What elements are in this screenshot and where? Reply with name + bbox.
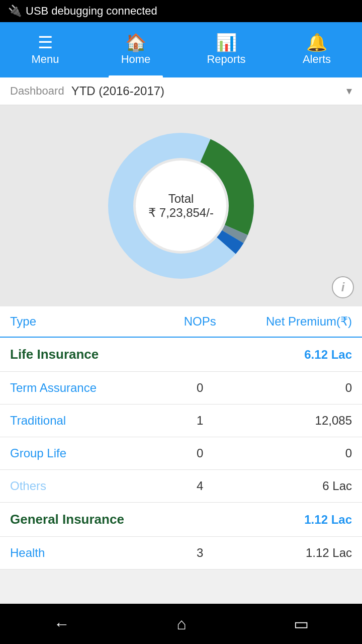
row-type: Traditional <box>10 414 162 428</box>
chart-area: Total ₹ 7,23,854/- i <box>0 105 362 306</box>
nav-reports[interactable]: 📊 Reports <box>181 22 272 77</box>
row-premium: 12,085 <box>238 414 352 428</box>
row-type: Others <box>10 479 162 493</box>
row-type: Life Insurance <box>10 347 162 362</box>
home-button[interactable]: ⌂ <box>166 610 196 638</box>
donut-center: Total ₹ 7,23,854/- <box>148 192 214 220</box>
row-nops: 1 <box>162 414 238 428</box>
row-nops: 0 <box>162 381 238 395</box>
col-header-premium: Net Premium(₹) <box>238 314 352 329</box>
row-type: Term Assurance <box>10 381 162 395</box>
dashboard-header: Dashboard YTD (2016-2017) ▾ <box>0 77 362 105</box>
col-header-type: Type <box>10 314 162 329</box>
table-header: Type NOPs Net Premium(₹) <box>0 306 362 338</box>
status-text: USB debugging connected <box>26 5 157 18</box>
row-premium: 0 <box>238 446 352 460</box>
row-type: Group Life <box>10 446 162 460</box>
table-row: General Insurance 1.12 Lac <box>0 503 362 537</box>
nav-menu[interactable]: ☰ Menu <box>0 22 90 77</box>
table-row: Health 3 1.12 Lac <box>0 537 362 570</box>
row-nops: 0 <box>162 446 238 460</box>
home-icon: 🏠 <box>125 34 146 51</box>
nav-home-label: Home <box>121 53 151 66</box>
nav-menu-label: Menu <box>31 53 59 66</box>
table-row: Term Assurance 0 0 <box>0 372 362 405</box>
table-row: Others 4 6 Lac <box>0 470 362 503</box>
table-row: Group Life 0 0 <box>0 437 362 470</box>
status-bar: 🔌 USB debugging connected <box>0 0 362 22</box>
usb-icon: 🔌 <box>8 5 22 18</box>
nav-home[interactable]: 🏠 Home <box>90 22 181 77</box>
dashboard-period: YTD (2016-2017) <box>71 84 346 98</box>
col-header-nops: NOPs <box>162 314 238 329</box>
back-button[interactable]: ← <box>43 610 79 638</box>
row-premium: 6 Lac <box>238 479 352 493</box>
nav-alerts[interactable]: 🔔 Alerts <box>272 22 362 77</box>
donut-value: ₹ 7,23,854/- <box>148 206 214 220</box>
row-premium: 1.12 Lac <box>238 546 352 560</box>
row-nops: 4 <box>162 479 238 493</box>
dashboard-label: Dashboard <box>10 85 64 98</box>
donut-chart: Total ₹ 7,23,854/- <box>101 125 261 286</box>
menu-icon: ☰ <box>38 34 53 51</box>
reports-icon: 📊 <box>216 34 237 51</box>
donut-label: Total <box>148 192 214 206</box>
row-premium: 0 <box>238 381 352 395</box>
row-type: General Insurance <box>10 512 162 527</box>
dropdown-arrow-icon[interactable]: ▾ <box>346 85 352 98</box>
nav-reports-label: Reports <box>207 53 245 66</box>
row-nops: 3 <box>162 546 238 560</box>
row-type: Health <box>10 546 162 560</box>
table-row: Traditional 1 12,085 <box>0 405 362 437</box>
info-icon: i <box>341 280 345 294</box>
data-table: Type NOPs Net Premium(₹) Life Insurance … <box>0 306 362 570</box>
table-row: Life Insurance 6.12 Lac <box>0 338 362 372</box>
nav-bar: ☰ Menu 🏠 Home 📊 Reports 🔔 Alerts <box>0 22 362 77</box>
info-button[interactable]: i <box>332 276 354 298</box>
row-premium: 1.12 Lac <box>238 513 352 527</box>
bottom-nav: ← ⌂ ▭ <box>0 604 362 644</box>
recents-button[interactable]: ▭ <box>284 609 319 638</box>
alerts-icon: 🔔 <box>306 34 327 51</box>
nav-alerts-label: Alerts <box>303 53 331 66</box>
row-premium: 6.12 Lac <box>238 348 352 362</box>
